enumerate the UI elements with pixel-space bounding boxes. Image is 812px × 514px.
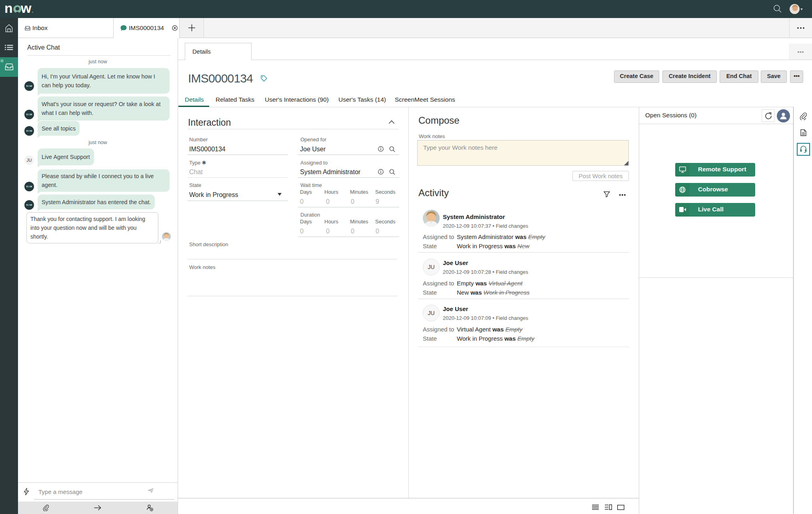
svg-text:w: w [20,0,32,16]
svg-text:n: n [4,0,13,16]
